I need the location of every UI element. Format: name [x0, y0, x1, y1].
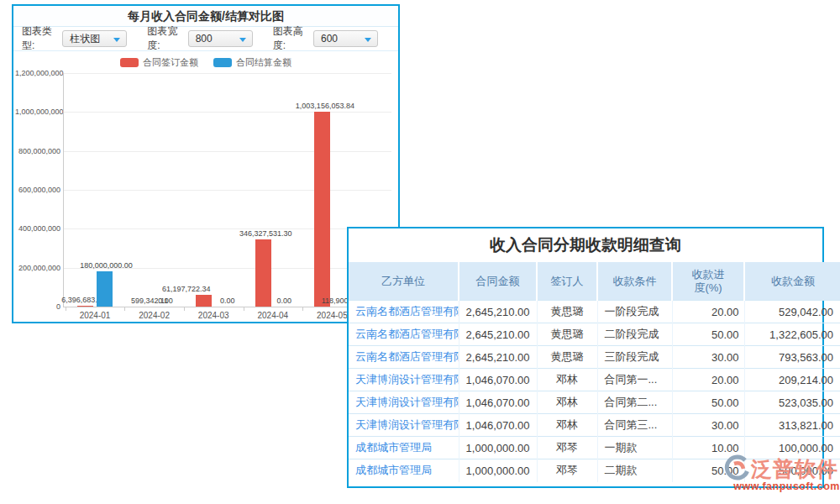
- x-axis-label: 2024-03: [198, 311, 229, 320]
- chart-gridline: [63, 228, 391, 229]
- cell-progress: 20.00: [672, 301, 744, 323]
- x-axis-tick: [244, 307, 244, 311]
- column-header-3: 收款条件: [597, 262, 672, 301]
- chart-gridline: [63, 151, 391, 152]
- detail-table-panel: 收入合同分期收款明细查询 乙方单位合同金额签订人收款条件收款进度(%)收款金额 …: [347, 227, 824, 488]
- y-axis-tick-label: 400,000,000: [15, 224, 60, 233]
- cell-party: 云南名都酒店管理有限公司: [349, 301, 459, 323]
- y-axis-line: [63, 73, 64, 307]
- bar-value-label: 1,003,156,053.84: [296, 102, 354, 110]
- cell-progress: 30.00: [672, 414, 744, 437]
- party-link[interactable]: 天津博润设计管理有限公司: [355, 418, 459, 431]
- party-link[interactable]: 成都城市管理局: [355, 464, 432, 476]
- table-header: 乙方单位合同金额签订人收款条件收款进度(%)收款金额: [349, 262, 840, 301]
- cell-party: 天津博润设计管理有限公司: [349, 414, 459, 437]
- cell-contract-amount: 2,645,210.00: [459, 323, 537, 346]
- cell-condition: 三阶段完成: [597, 346, 672, 369]
- party-link[interactable]: 云南名都酒店管理有限公司: [355, 328, 459, 340]
- bar-contract-signed[interactable]: [255, 239, 271, 307]
- table-row: 天津博润设计管理有限公司1,046,070.00邓林合同第三...30.0031…: [349, 414, 840, 437]
- cell-party: 天津博润设计管理有限公司: [349, 391, 459, 414]
- table-title: 收入合同分期收款明细查询: [349, 228, 822, 262]
- party-link[interactable]: 成都城市管理局: [355, 441, 432, 454]
- chart-gridline: [63, 73, 391, 74]
- x-axis-tick: [302, 307, 303, 311]
- table-row: 天津博润设计管理有限公司1,046,070.00邓林合同第二...50.0052…: [349, 391, 840, 414]
- cell-signer: 邓林: [537, 369, 597, 391]
- bar-value-label: 61,197,722.34: [162, 285, 211, 293]
- chart-panel: 每月收入合同金额/结算对比图 图表类型: 柱状图 图表宽度: 800 图表高度:…: [12, 4, 400, 323]
- cell-contract-amount: 2,645,210.00: [459, 301, 537, 323]
- cell-contract-amount: 1,046,070.00: [459, 414, 537, 437]
- bar-value-label: 346,327,531.30: [239, 229, 292, 238]
- cell-condition: 二期款: [597, 459, 672, 482]
- cell-contract-amount: 1,000,000.00: [459, 437, 537, 459]
- cell-condition: 合同第三...: [597, 414, 672, 437]
- watermark-brand: 泛普软件: [751, 455, 838, 483]
- y-axis-tick-label: 200,000,000: [15, 264, 60, 272]
- y-axis-tick-label: 1,000,000,000: [15, 108, 60, 116]
- column-header-5: 收款金额: [744, 262, 840, 301]
- cell-progress: 50.00: [672, 391, 744, 414]
- cell-signer: 邓琴: [537, 437, 597, 459]
- cell-progress: 30.00: [672, 346, 744, 369]
- cell-signer: 邓林: [537, 391, 597, 414]
- bar-contract-signed[interactable]: [77, 306, 93, 307]
- column-header-1: 合同金额: [459, 262, 537, 301]
- cell-signer: 黄思璐: [537, 323, 597, 346]
- party-link[interactable]: 云南名都酒店管理有限公司: [355, 305, 459, 318]
- x-axis-label: 2024-01: [80, 311, 111, 320]
- cell-amount: 1,322,605.00: [744, 323, 840, 346]
- y-axis-tick-label: 0: [15, 302, 60, 311]
- table-row: 云南名都酒店管理有限公司2,645,210.00黄思璐二阶段完成50.001,3…: [349, 323, 840, 346]
- column-header-2: 签订人: [537, 262, 597, 301]
- x-axis-label: 2024-05: [317, 311, 348, 320]
- party-link[interactable]: 天津博润设计管理有限公司: [355, 373, 459, 386]
- detail-table: 乙方单位合同金额签订人收款条件收款进度(%)收款金额 云南名都酒店管理有限公司2…: [349, 262, 840, 482]
- party-link[interactable]: 云南名都酒店管理有限公司: [355, 350, 459, 363]
- cell-party: 天津博润设计管理有限公司: [349, 369, 459, 391]
- bar-contract-signed[interactable]: [196, 295, 212, 307]
- cell-progress: 50.00: [672, 323, 744, 346]
- cell-contract-amount: 1,046,070.00: [459, 369, 537, 391]
- chart-gridline: [63, 112, 391, 113]
- bar-value-label: 180,000,000.00: [80, 261, 133, 270]
- cell-contract-amount: 1,046,070.00: [459, 391, 537, 414]
- cell-condition: 合同第一...: [597, 369, 672, 391]
- chart-gridline: [63, 190, 391, 191]
- x-axis-tick: [124, 307, 125, 311]
- column-header-4: 收款进度(%): [672, 262, 744, 301]
- y-axis-tick-label: 800,000,000: [15, 147, 60, 155]
- cell-amount: 523,035.00: [744, 391, 840, 414]
- cell-party: 成都城市管理局: [349, 459, 459, 482]
- y-axis-tick-label: 1,200,000,000: [15, 69, 60, 77]
- x-axis-line: [63, 307, 391, 307]
- table-row: 云南名都酒店管理有限公司2,645,210.00黄思璐一阶段完成20.00529…: [349, 301, 840, 323]
- column-header-0: 乙方单位: [349, 262, 459, 301]
- cell-amount: 313,821.00: [744, 414, 840, 437]
- cell-condition: 二阶段完成: [597, 323, 672, 346]
- watermark: 泛普软件 www.fanpusoft.com: [722, 454, 840, 492]
- chart-plot-area: 0200,000,000400,000,000600,000,000800,00…: [13, 6, 398, 322]
- x-axis-label: 2024-02: [139, 311, 170, 320]
- cell-condition: 一阶段完成: [597, 301, 672, 323]
- bar-contract-settled[interactable]: [97, 271, 113, 307]
- fanpu-logo-icon: [722, 454, 751, 483]
- watermark-url: www.fanpusoft.com: [722, 480, 840, 492]
- party-link[interactable]: 天津博润设计管理有限公司: [355, 396, 459, 408]
- x-axis-tick: [66, 307, 66, 311]
- bar-value-label: 0.00: [277, 297, 292, 305]
- cell-signer: 黄思璐: [537, 301, 597, 323]
- cell-amount: 529,042.00: [744, 301, 840, 323]
- cell-condition: 一期款: [597, 437, 672, 459]
- bar-contract-signed[interactable]: [314, 112, 330, 307]
- cell-condition: 合同第二...: [597, 391, 672, 414]
- bar-value-label: 0.00: [158, 297, 173, 305]
- cell-contract-amount: 2,645,210.00: [459, 346, 537, 369]
- cell-amount: 793,563.00: [744, 346, 840, 369]
- x-axis-label: 2024-04: [257, 311, 288, 320]
- y-axis-tick-label: 600,000,000: [15, 186, 60, 194]
- table-row: 天津博润设计管理有限公司1,046,070.00邓林合同第一...20.0020…: [349, 369, 840, 391]
- cell-signer: 邓琴: [537, 459, 597, 482]
- cell-party: 云南名都酒店管理有限公司: [349, 323, 459, 346]
